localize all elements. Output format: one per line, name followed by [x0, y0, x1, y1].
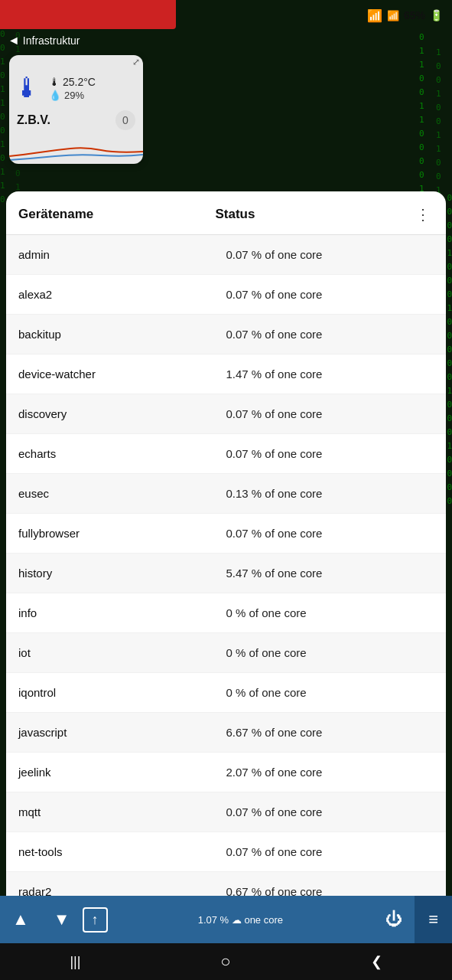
- status-cell: 0.07 % of one core: [226, 288, 434, 301]
- widget-label: Z.B.V.: [17, 113, 50, 127]
- device-name-cell: javascript: [18, 726, 226, 739]
- status-cell: 0 % of one core: [226, 606, 434, 619]
- weather-chart: [9, 133, 143, 164]
- device-name-cell: admin: [18, 248, 226, 261]
- device-name-cell: eusec: [18, 487, 226, 500]
- nav-up-button[interactable]: ▲: [0, 903, 41, 936]
- device-name-cell: radar2: [18, 885, 226, 896]
- bottom-nav-status: 1.07 % ☁ one core: [108, 914, 374, 926]
- status-cell: 0.07 % of one core: [226, 447, 434, 460]
- nav-share-button[interactable]: ↑: [83, 907, 108, 933]
- signal-icon: 📶: [387, 10, 399, 21]
- temperature-display: 🌡 25.2°C: [49, 76, 96, 88]
- device-name-cell: echarts: [18, 447, 226, 460]
- widget-body: 🌡 🌡 25.2°C 💧 29%: [9, 69, 143, 107]
- table-row[interactable]: admin0.07 % of one core: [6, 235, 446, 275]
- table-row[interactable]: eusec0.13 % of one core: [6, 474, 446, 514]
- table-row[interactable]: iqontrol0 % of one core: [6, 673, 446, 713]
- bottom-nav-bar: ▲ ▼ ↑ 1.07 % ☁ one core ⏻ ≡: [0, 896, 452, 943]
- table-row[interactable]: device-watcher1.47 % of one core: [6, 354, 446, 394]
- table-row[interactable]: javascript6.67 % of one core: [6, 713, 446, 753]
- status-cell: 0.13 % of one core: [226, 487, 434, 500]
- android-nav-bar: ||| ○ ❮: [0, 943, 452, 980]
- android-back-button[interactable]: ❮: [371, 953, 382, 970]
- status-cell: 6.67 % of one core: [226, 726, 434, 739]
- table-row[interactable]: history5.47 % of one core: [6, 554, 446, 593]
- status-cell: 0.07 % of one core: [226, 328, 434, 341]
- device-name-cell: discovery: [18, 407, 226, 420]
- table-row[interactable]: iot0 % of one core: [6, 633, 446, 673]
- humidity-icon: 💧: [49, 90, 61, 101]
- redacted-banner: [0, 0, 176, 29]
- android-home-button[interactable]: ○: [220, 952, 230, 972]
- table-row[interactable]: alexa20.07 % of one core: [6, 275, 446, 315]
- wifi-icon: 📶: [367, 8, 382, 23]
- weather-widget[interactable]: ⤢ 🌡 🌡 25.2°C 💧 29% Z.B.V. 0: [9, 55, 143, 164]
- table-scroll: admin0.07 % of one corealexa20.07 % of o…: [6, 235, 446, 896]
- status-cell: 0.07 % of one core: [226, 248, 434, 261]
- widget-badge: 0: [115, 110, 135, 130]
- thermometer-icon: 🌡: [14, 72, 41, 104]
- back-arrow-icon[interactable]: ◄: [8, 34, 20, 47]
- status-cell: 5.47 % of one core: [226, 567, 434, 580]
- widget-header: ⤢: [9, 55, 143, 69]
- panel-header-cols: Gerätename Status: [18, 207, 412, 222]
- status-cell: 0.07 % of one core: [226, 527, 434, 540]
- nav-power-button[interactable]: ⏻: [373, 903, 415, 936]
- device-name-cell: info: [18, 606, 226, 619]
- table-row[interactable]: info0 % of one core: [6, 593, 446, 633]
- table-row[interactable]: mqtt0.07 % of one core: [6, 792, 446, 832]
- table-row[interactable]: jeelink2.07 % of one core: [6, 753, 446, 792]
- device-name-cell: mqtt: [18, 805, 226, 818]
- panel-menu-icon[interactable]: ⋮: [412, 205, 434, 224]
- device-name-cell: backitup: [18, 328, 226, 341]
- status-cell: 0 % of one core: [226, 646, 434, 659]
- device-name-cell: iqontrol: [18, 686, 226, 699]
- status-cell: 0.07 % of one core: [226, 407, 434, 420]
- status-cell: 0.07 % of one core: [226, 845, 434, 858]
- status-cell: 0.07 % of one core: [226, 805, 434, 818]
- status-bar-right: 📶 📶 65% 🔋: [367, 8, 443, 23]
- nav-down-button[interactable]: ▼: [41, 903, 83, 936]
- status-cell: 2.07 % of one core: [226, 766, 434, 779]
- device-name-cell: fullybrowser: [18, 527, 226, 540]
- table-row[interactable]: net-tools0.07 % of one core: [6, 832, 446, 872]
- table-row[interactable]: fullybrowser0.07 % of one core: [6, 514, 446, 554]
- battery-text: 65%: [404, 9, 425, 21]
- device-name-cell: iot: [18, 646, 226, 659]
- table-row[interactable]: radar20.67 % of one core: [6, 872, 446, 896]
- expand-icon[interactable]: ⤢: [132, 57, 140, 67]
- device-name-cell: history: [18, 567, 226, 580]
- device-name-cell: device-watcher: [18, 368, 226, 381]
- nav-infrastruktur[interactable]: ◄ Infrastruktur: [0, 31, 452, 51]
- weather-readings: 🌡 25.2°C 💧 29%: [49, 76, 96, 101]
- android-recents-button[interactable]: |||: [70, 954, 80, 970]
- table-row[interactable]: backitup0.07 % of one core: [6, 315, 446, 354]
- humidity-display: 💧 29%: [49, 90, 96, 101]
- device-name-cell: alexa2: [18, 288, 226, 301]
- status-cell: 1.47 % of one core: [226, 368, 434, 381]
- device-name-cell: jeelink: [18, 766, 226, 779]
- device-name-cell: net-tools: [18, 845, 226, 858]
- status-cell: 0 % of one core: [226, 686, 434, 699]
- table-row[interactable]: echarts0.07 % of one core: [6, 434, 446, 474]
- main-panel: Gerätename Status ⋮ admin0.07 % of one c…: [6, 191, 446, 896]
- status-cell: 0.67 % of one core: [226, 885, 434, 896]
- panel-header: Gerätename Status ⋮: [6, 191, 446, 235]
- nav-menu-button[interactable]: ≡: [415, 896, 452, 943]
- col-status-header: Status: [216, 207, 413, 222]
- humidity-value: 29%: [64, 90, 84, 101]
- temperature-value: 25.2°C: [63, 76, 96, 88]
- table-row[interactable]: discovery0.07 % of one core: [6, 394, 446, 434]
- temp-icon: 🌡: [49, 76, 60, 88]
- nav-label: Infrastruktur: [23, 34, 80, 47]
- widget-label-row: Z.B.V. 0: [9, 107, 143, 133]
- col-geratename-header: Gerätename: [18, 207, 216, 222]
- battery-icon: 🔋: [430, 9, 443, 21]
